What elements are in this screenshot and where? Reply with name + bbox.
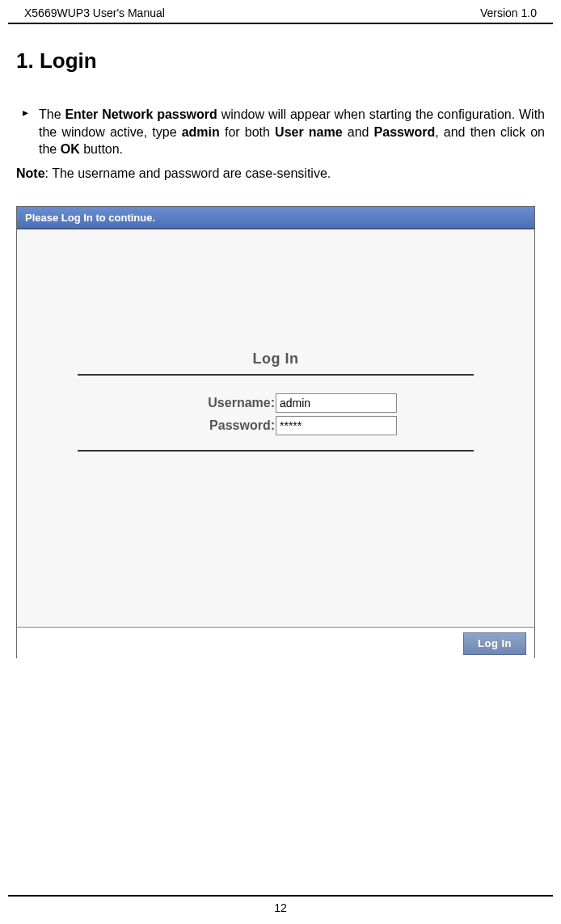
login-title: Log In — [78, 351, 474, 376]
section-title: 1. Login — [16, 48, 545, 74]
dialog-title-bar: Please Log In to continue. — [17, 207, 534, 229]
header-left: X5669WUP3 User's Manual — [24, 6, 165, 19]
username-label: Username: — [78, 396, 276, 410]
password-input[interactable] — [276, 416, 397, 435]
note-text: Note: The username and password are case… — [16, 165, 545, 183]
page-number: 12 — [274, 901, 287, 914]
dialog-body: Log In Username: Password: — [17, 229, 534, 627]
dialog-footer: Log In — [17, 627, 534, 659]
header-right: Version 1.0 — [480, 6, 537, 19]
password-label: Password: — [78, 418, 276, 433]
login-screenshot: Please Log In to continue. Log In Userna… — [16, 206, 535, 658]
login-button[interactable]: Log In — [463, 632, 526, 655]
username-input[interactable] — [276, 393, 397, 413]
bullet-icon: ▸ — [16, 106, 39, 158]
instruction-paragraph: The Enter Network password window will a… — [39, 106, 545, 158]
